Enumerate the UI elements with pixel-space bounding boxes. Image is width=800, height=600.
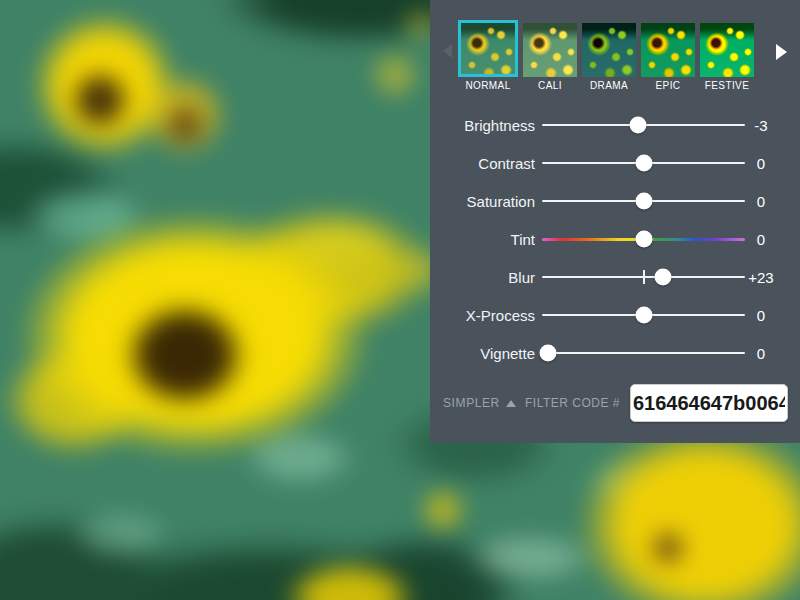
slider-label: Contrast bbox=[430, 155, 535, 172]
slider-label: Vignette bbox=[430, 345, 535, 362]
slider-row-tint: Tint0 bbox=[430, 220, 800, 258]
adjustment-sliders: Brightness-3Contrast0Saturation0Tint0Blu… bbox=[430, 106, 800, 372]
slider-thumb[interactable] bbox=[635, 193, 652, 210]
photo-editor-window: NORMALCALIDRAMAEPICFESTIVE Brightness-3C… bbox=[0, 0, 800, 600]
filter-thumb-epic[interactable]: EPIC bbox=[641, 20, 695, 92]
slider-thumb[interactable] bbox=[635, 231, 652, 248]
slider-track[interactable] bbox=[542, 153, 745, 173]
filter-thumb-cali[interactable]: CALI bbox=[523, 20, 577, 92]
slider-label: Tint bbox=[430, 231, 535, 248]
slider-value: +23 bbox=[747, 269, 775, 286]
slider-label: Brightness bbox=[430, 117, 535, 134]
filter-thumb-normal[interactable]: NORMAL bbox=[458, 20, 518, 92]
filter-thumb-label: NORMAL bbox=[465, 80, 510, 92]
filter-thumb-label: FESTIVE bbox=[705, 80, 749, 92]
filter-code-input[interactable] bbox=[630, 384, 788, 422]
slider-track[interactable] bbox=[542, 267, 745, 287]
filter-strip: NORMALCALIDRAMAEPICFESTIVE bbox=[430, 0, 800, 92]
slider-value: 0 bbox=[747, 345, 775, 362]
slider-thumb[interactable] bbox=[635, 307, 652, 324]
filter-thumb-image[interactable] bbox=[700, 23, 754, 77]
slider-row-vignette: Vignette0 bbox=[430, 334, 800, 372]
slider-label: Blur bbox=[430, 269, 535, 286]
simpler-label: SIMPLER bbox=[443, 396, 500, 410]
simpler-toggle[interactable]: SIMPLER bbox=[443, 396, 516, 410]
filter-thumb-festive[interactable]: FESTIVE bbox=[700, 20, 754, 92]
slider-value: 0 bbox=[747, 155, 775, 172]
slider-label: Saturation bbox=[430, 193, 535, 210]
slider-row-contrast: Contrast0 bbox=[430, 144, 800, 182]
slider-track[interactable] bbox=[542, 343, 745, 363]
slider-track[interactable] bbox=[542, 191, 745, 211]
filter-thumb-label: CALI bbox=[538, 80, 562, 92]
filter-thumb-label: DRAMA bbox=[590, 80, 628, 92]
filter-thumbnails: NORMALCALIDRAMAEPICFESTIVE bbox=[458, 20, 800, 92]
filter-thumb-drama[interactable]: DRAMA bbox=[582, 20, 636, 92]
slider-track[interactable] bbox=[542, 229, 745, 249]
filter-thumb-image[interactable] bbox=[582, 23, 636, 77]
slider-row-x-process: X-Process0 bbox=[430, 296, 800, 334]
slider-thumb[interactable] bbox=[630, 117, 647, 134]
slider-center-tick bbox=[643, 270, 645, 284]
filter-thumb-image[interactable] bbox=[523, 23, 577, 77]
collapse-up-icon bbox=[506, 400, 516, 407]
slider-value: -3 bbox=[747, 117, 775, 134]
slider-track[interactable] bbox=[542, 305, 745, 325]
slider-thumb[interactable] bbox=[654, 269, 671, 286]
filter-thumb-image[interactable] bbox=[641, 23, 695, 77]
effects-panel: NORMALCALIDRAMAEPICFESTIVE Brightness-3C… bbox=[430, 0, 800, 443]
slider-thumb[interactable] bbox=[635, 155, 652, 172]
slider-row-brightness: Brightness-3 bbox=[430, 106, 800, 144]
filter-code-label: FILTER CODE # bbox=[525, 396, 620, 410]
scroll-left-arrow[interactable] bbox=[443, 44, 452, 58]
slider-row-blur: Blur+23 bbox=[430, 258, 800, 296]
slider-value: 0 bbox=[747, 193, 775, 210]
slider-thumb[interactable] bbox=[540, 345, 557, 362]
slider-row-saturation: Saturation0 bbox=[430, 182, 800, 220]
panel-footer: SIMPLER FILTER CODE # bbox=[443, 383, 788, 423]
slider-label: X-Process bbox=[430, 307, 535, 324]
track-line bbox=[542, 352, 745, 354]
filter-thumb-image[interactable] bbox=[458, 20, 518, 77]
slider-value: 0 bbox=[747, 307, 775, 324]
slider-value: 0 bbox=[747, 231, 775, 248]
filter-thumb-label: EPIC bbox=[656, 80, 681, 92]
slider-track[interactable] bbox=[542, 115, 745, 135]
scroll-right-arrow[interactable] bbox=[776, 44, 787, 60]
